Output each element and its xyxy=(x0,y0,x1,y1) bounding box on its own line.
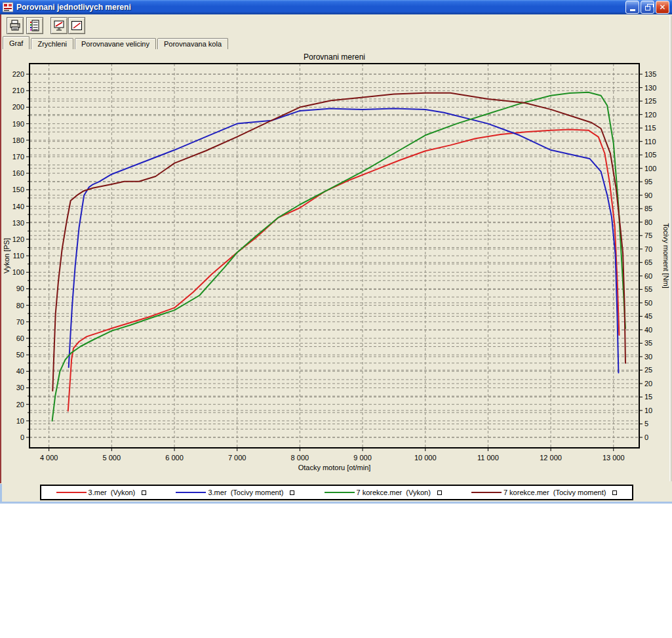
svg-text:15: 15 xyxy=(644,393,652,401)
svg-text:120: 120 xyxy=(12,235,24,243)
legend-line-sample xyxy=(56,492,87,493)
restore-button[interactable] xyxy=(641,1,654,14)
svg-text:50: 50 xyxy=(644,299,652,307)
svg-text:12 000: 12 000 xyxy=(540,454,562,462)
toolbar xyxy=(0,14,672,36)
display-graph-icon xyxy=(52,19,66,32)
svg-text:10 000: 10 000 xyxy=(414,454,437,462)
tab-label: Porovnavane veliciny xyxy=(81,40,149,48)
legend-item: 7 korekce.mer (Tocivy moment) xyxy=(471,488,617,496)
svg-text:65: 65 xyxy=(644,258,652,266)
tab-porovnavana-kola[interactable]: Porovnavana kola xyxy=(157,38,228,49)
svg-text:170: 170 xyxy=(12,153,24,161)
minimize-icon xyxy=(630,9,635,11)
svg-text:80: 80 xyxy=(644,218,652,226)
svg-text:20: 20 xyxy=(644,380,652,388)
legend-label: 7 korekce.mer (Tocivy moment) xyxy=(504,488,606,496)
svg-text:210: 210 xyxy=(12,87,24,94)
tab-bar: Graf Zrychleni Porovnavane veliciny Poro… xyxy=(0,36,672,49)
svg-text:11 000: 11 000 xyxy=(477,454,499,462)
legend-checkbox[interactable] xyxy=(612,490,617,495)
svg-text:40: 40 xyxy=(16,367,24,375)
curve-7-korekce-mer-tocivy-moment- xyxy=(52,93,625,391)
legend-line-sample xyxy=(471,492,502,493)
svg-text:220: 220 xyxy=(12,70,24,78)
svg-text:9 000: 9 000 xyxy=(353,454,372,462)
legend-line-sample xyxy=(176,492,206,493)
legend-checkbox[interactable] xyxy=(142,490,146,495)
svg-text:125: 125 xyxy=(644,97,656,105)
svg-text:100: 100 xyxy=(644,165,656,172)
window-title: Porovnani jednotlivych mereni xyxy=(16,3,624,12)
tab-zrychleni[interactable]: Zrychleni xyxy=(31,38,73,49)
tab-label: Graf xyxy=(9,39,23,47)
comparison-chart: 0102030405060708090100110120130140150160… xyxy=(0,49,672,483)
svg-text:45: 45 xyxy=(644,312,652,320)
window-left-border xyxy=(0,484,2,502)
svg-text:8 000: 8 000 xyxy=(291,454,309,462)
svg-text:7 000: 7 000 xyxy=(228,454,247,462)
svg-text:85: 85 xyxy=(644,205,652,212)
svg-text:0: 0 xyxy=(20,433,24,441)
svg-text:180: 180 xyxy=(12,136,24,144)
legend-item: 3.mer (Tocivy moment) xyxy=(176,488,294,496)
svg-text:60: 60 xyxy=(644,272,652,280)
tab-porovnavane-veliciny[interactable]: Porovnavane veliciny xyxy=(75,38,156,49)
svg-text:55: 55 xyxy=(644,285,652,293)
svg-text:80: 80 xyxy=(16,302,24,309)
line-chart-button[interactable] xyxy=(68,17,85,34)
svg-text:190: 190 xyxy=(12,120,24,128)
legend-label: 3.mer (Tocivy moment) xyxy=(208,488,283,496)
svg-text:115: 115 xyxy=(644,124,656,132)
svg-text:10: 10 xyxy=(644,407,652,414)
svg-text:75: 75 xyxy=(644,231,652,239)
svg-text:95: 95 xyxy=(644,178,652,186)
display-graph-button[interactable] xyxy=(50,17,68,34)
legend-label: 3.mer (Vykon) xyxy=(89,488,136,496)
print-icon xyxy=(9,19,22,32)
legend-checkbox[interactable] xyxy=(290,490,294,495)
tab-graf[interactable]: Graf xyxy=(3,36,30,49)
tab-label: Zrychleni xyxy=(37,40,67,48)
close-icon: ✕ xyxy=(659,1,665,13)
legend-line-sample xyxy=(325,492,355,493)
svg-text:4 000: 4 000 xyxy=(40,454,58,462)
svg-text:135: 135 xyxy=(644,70,656,78)
svg-text:30: 30 xyxy=(16,384,24,391)
svg-text:5 000: 5 000 xyxy=(103,454,121,462)
measurement-list-button[interactable] xyxy=(26,17,43,34)
svg-text:70: 70 xyxy=(16,318,24,326)
svg-text:160: 160 xyxy=(12,169,24,177)
titlebar: Porovnani jednotlivych mereni ✕ xyxy=(0,0,672,14)
svg-text:0: 0 xyxy=(644,433,648,441)
legend-item: 7 korekce.mer (Vykon) xyxy=(325,488,442,496)
chart-panel: 0102030405060708090100110120130140150160… xyxy=(0,49,672,483)
svg-text:110: 110 xyxy=(644,138,656,146)
svg-text:6 000: 6 000 xyxy=(165,454,184,462)
svg-text:90: 90 xyxy=(16,285,24,292)
svg-text:140: 140 xyxy=(12,203,24,210)
svg-text:110: 110 xyxy=(12,252,24,260)
legend-item: 3.mer (Vykon) xyxy=(56,488,147,496)
restore-icon xyxy=(645,6,650,10)
curve-3-mer-vykon- xyxy=(68,130,620,411)
legend-checkbox[interactable] xyxy=(437,490,442,495)
svg-text:150: 150 xyxy=(12,186,24,193)
measurement-list-icon xyxy=(28,19,41,32)
line-chart-icon xyxy=(70,19,83,32)
print-button[interactable] xyxy=(7,17,24,34)
svg-text:13 000: 13 000 xyxy=(603,454,625,462)
minimize-button[interactable] xyxy=(625,1,639,14)
close-button[interactable]: ✕ xyxy=(656,1,669,14)
svg-text:130: 130 xyxy=(644,84,656,92)
svg-text:200: 200 xyxy=(12,103,24,111)
chart-title: Porovnani mereni xyxy=(304,52,365,62)
svg-text:5: 5 xyxy=(644,420,648,428)
svg-text:50: 50 xyxy=(16,351,24,359)
svg-text:130: 130 xyxy=(12,219,24,227)
svg-text:35: 35 xyxy=(644,339,652,347)
svg-text:40: 40 xyxy=(644,326,652,334)
desktop-background xyxy=(0,504,672,638)
application-window: Porovnani jednotlivych mereni ✕ xyxy=(0,0,672,504)
svg-text:60: 60 xyxy=(16,334,24,342)
